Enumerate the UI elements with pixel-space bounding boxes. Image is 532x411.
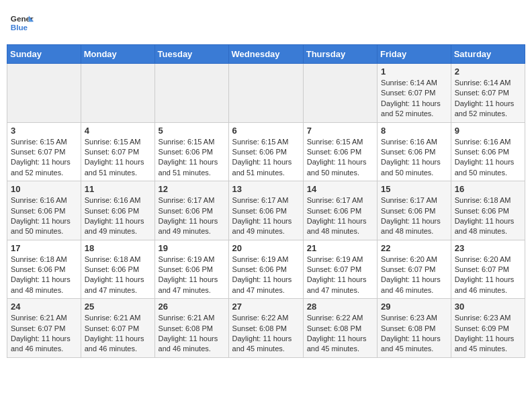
calendar-cell: 22Sunrise: 6:20 AM Sunset: 6:07 PM Dayli… [378, 240, 451, 299]
calendar-week-3: 10Sunrise: 6:16 AM Sunset: 6:06 PM Dayli… [7, 181, 525, 240]
day-info: Sunrise: 6:21 AM Sunset: 6:07 PM Dayligh… [11, 313, 77, 355]
calendar-cell [154, 64, 228, 123]
day-number: 20 [232, 243, 300, 253]
calendar-cell: 29Sunrise: 6:23 AM Sunset: 6:08 PM Dayli… [378, 299, 451, 358]
svg-text:Blue: Blue [11, 23, 28, 32]
day-number: 29 [381, 302, 447, 312]
day-number: 10 [11, 184, 77, 194]
calendar-week-2: 3Sunrise: 6:15 AM Sunset: 6:07 PM Daylig… [7, 122, 525, 181]
day-info: Sunrise: 6:15 AM Sunset: 6:07 PM Dayligh… [85, 137, 151, 179]
calendar-cell: 24Sunrise: 6:21 AM Sunset: 6:07 PM Dayli… [7, 299, 81, 358]
day-info: Sunrise: 6:16 AM Sunset: 6:06 PM Dayligh… [455, 137, 521, 179]
day-info: Sunrise: 6:23 AM Sunset: 6:08 PM Dayligh… [381, 313, 447, 355]
day-number: 2 [455, 66, 521, 77]
day-info: Sunrise: 6:16 AM Sunset: 6:06 PM Dayligh… [11, 195, 77, 237]
day-info: Sunrise: 6:14 AM Sunset: 6:07 PM Dayligh… [455, 78, 521, 120]
weekday-header-saturday: Saturday [451, 45, 525, 64]
calendar-cell: 13Sunrise: 6:17 AM Sunset: 6:06 PM Dayli… [228, 181, 303, 240]
calendar-cell [81, 64, 154, 123]
day-number: 23 [455, 243, 521, 253]
day-info: Sunrise: 6:19 AM Sunset: 6:06 PM Dayligh… [159, 255, 225, 296]
day-number: 6 [232, 126, 300, 136]
day-info: Sunrise: 6:17 AM Sunset: 6:06 PM Dayligh… [232, 195, 300, 237]
day-info: Sunrise: 6:22 AM Sunset: 6:08 PM Dayligh… [232, 313, 300, 355]
day-info: Sunrise: 6:18 AM Sunset: 6:06 PM Dayligh… [85, 255, 151, 296]
day-number: 4 [85, 126, 151, 136]
header: General Blue [7, 7, 525, 39]
day-info: Sunrise: 6:21 AM Sunset: 6:07 PM Dayligh… [85, 313, 151, 355]
calendar-cell: 12Sunrise: 6:17 AM Sunset: 6:06 PM Dayli… [154, 181, 228, 240]
calendar-cell: 15Sunrise: 6:17 AM Sunset: 6:06 PM Dayli… [378, 181, 451, 240]
day-info: Sunrise: 6:21 AM Sunset: 6:08 PM Dayligh… [159, 313, 225, 355]
day-info: Sunrise: 6:20 AM Sunset: 6:07 PM Dayligh… [455, 255, 521, 296]
day-number: 25 [85, 302, 151, 312]
calendar-cell: 8Sunrise: 6:16 AM Sunset: 6:06 PM Daylig… [378, 122, 451, 181]
day-number: 24 [11, 302, 77, 312]
calendar-cell: 19Sunrise: 6:19 AM Sunset: 6:06 PM Dayli… [154, 240, 228, 299]
day-number: 19 [159, 243, 225, 253]
day-number: 21 [307, 243, 373, 253]
day-info: Sunrise: 6:19 AM Sunset: 6:07 PM Dayligh… [307, 255, 373, 296]
calendar-cell: 9Sunrise: 6:16 AM Sunset: 6:06 PM Daylig… [451, 122, 525, 181]
day-number: 3 [11, 126, 77, 136]
logo: General Blue [9, 11, 34, 35]
day-info: Sunrise: 6:14 AM Sunset: 6:07 PM Dayligh… [381, 78, 447, 120]
day-info: Sunrise: 6:23 AM Sunset: 6:09 PM Dayligh… [455, 313, 521, 355]
calendar-cell: 26Sunrise: 6:21 AM Sunset: 6:08 PM Dayli… [154, 299, 228, 358]
calendar-cell: 18Sunrise: 6:18 AM Sunset: 6:06 PM Dayli… [81, 240, 154, 299]
calendar-cell: 30Sunrise: 6:23 AM Sunset: 6:09 PM Dayli… [451, 299, 525, 358]
day-number: 11 [85, 184, 151, 194]
day-info: Sunrise: 6:15 AM Sunset: 6:07 PM Dayligh… [11, 137, 77, 179]
weekday-header-monday: Monday [81, 45, 154, 64]
calendar-week-1: 1Sunrise: 6:14 AM Sunset: 6:07 PM Daylig… [7, 64, 525, 123]
calendar-table: SundayMondayTuesdayWednesdayThursdayFrid… [7, 44, 525, 358]
weekday-header-row: SundayMondayTuesdayWednesdayThursdayFrid… [7, 45, 525, 64]
day-number: 26 [159, 302, 225, 312]
day-info: Sunrise: 6:15 AM Sunset: 6:06 PM Dayligh… [232, 137, 300, 179]
day-number: 18 [85, 243, 151, 253]
day-info: Sunrise: 6:15 AM Sunset: 6:06 PM Dayligh… [159, 137, 225, 179]
weekday-header-tuesday: Tuesday [154, 45, 228, 64]
calendar-cell: 5Sunrise: 6:15 AM Sunset: 6:06 PM Daylig… [154, 122, 228, 181]
calendar-cell: 20Sunrise: 6:19 AM Sunset: 6:06 PM Dayli… [228, 240, 303, 299]
weekday-header-friday: Friday [378, 45, 451, 64]
logo-icon: General Blue [9, 11, 34, 35]
day-info: Sunrise: 6:22 AM Sunset: 6:08 PM Dayligh… [307, 313, 373, 355]
day-number: 7 [307, 126, 373, 136]
calendar-cell: 11Sunrise: 6:16 AM Sunset: 6:06 PM Dayli… [81, 181, 154, 240]
day-number: 5 [159, 126, 225, 136]
calendar-cell: 17Sunrise: 6:18 AM Sunset: 6:06 PM Dayli… [7, 240, 81, 299]
calendar-cell: 27Sunrise: 6:22 AM Sunset: 6:08 PM Dayli… [228, 299, 303, 358]
day-number: 13 [232, 184, 300, 194]
calendar-cell [228, 64, 303, 123]
day-number: 1 [381, 66, 447, 77]
day-number: 16 [455, 184, 521, 194]
calendar-cell: 3Sunrise: 6:15 AM Sunset: 6:07 PM Daylig… [7, 122, 81, 181]
day-number: 14 [307, 184, 373, 194]
day-number: 12 [159, 184, 225, 194]
weekday-header-sunday: Sunday [7, 45, 81, 64]
calendar-cell: 2Sunrise: 6:14 AM Sunset: 6:07 PM Daylig… [451, 64, 525, 123]
day-info: Sunrise: 6:18 AM Sunset: 6:06 PM Dayligh… [11, 255, 77, 296]
day-number: 28 [307, 302, 373, 312]
day-number: 8 [381, 126, 447, 136]
weekday-header-wednesday: Wednesday [228, 45, 303, 64]
day-number: 30 [455, 302, 521, 312]
calendar-cell: 10Sunrise: 6:16 AM Sunset: 6:06 PM Dayli… [7, 181, 81, 240]
weekday-header-thursday: Thursday [303, 45, 377, 64]
day-info: Sunrise: 6:17 AM Sunset: 6:06 PM Dayligh… [159, 195, 225, 237]
day-info: Sunrise: 6:20 AM Sunset: 6:07 PM Dayligh… [381, 255, 447, 296]
day-info: Sunrise: 6:18 AM Sunset: 6:06 PM Dayligh… [455, 195, 521, 237]
day-info: Sunrise: 6:19 AM Sunset: 6:06 PM Dayligh… [232, 255, 300, 296]
calendar-cell: 1Sunrise: 6:14 AM Sunset: 6:07 PM Daylig… [378, 64, 451, 123]
day-number: 27 [232, 302, 300, 312]
day-info: Sunrise: 6:16 AM Sunset: 6:06 PM Dayligh… [381, 137, 447, 179]
day-info: Sunrise: 6:17 AM Sunset: 6:06 PM Dayligh… [307, 195, 373, 237]
day-number: 9 [455, 126, 521, 136]
day-number: 22 [381, 243, 447, 253]
day-info: Sunrise: 6:17 AM Sunset: 6:06 PM Dayligh… [381, 195, 447, 237]
calendar-cell: 28Sunrise: 6:22 AM Sunset: 6:08 PM Dayli… [303, 299, 377, 358]
day-info: Sunrise: 6:16 AM Sunset: 6:06 PM Dayligh… [85, 195, 151, 237]
day-number: 15 [381, 184, 447, 194]
calendar-cell: 6Sunrise: 6:15 AM Sunset: 6:06 PM Daylig… [228, 122, 303, 181]
